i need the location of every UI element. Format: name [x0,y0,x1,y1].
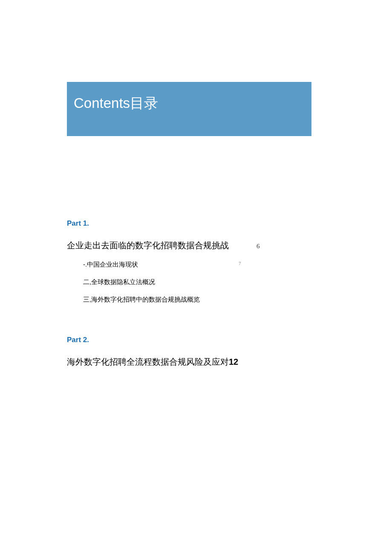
part1-item-1-text: -.中国企业出海现状 [83,261,138,269]
part1-item-2-text: 二,全球数据隐私立法概况 [83,278,155,286]
part2-section: Part 2. 海外数字化招聘全流程数据合规风险及应对12 [67,336,311,368]
part1-page: 6 [257,243,260,250]
part2-page: 12 [229,357,238,366]
part1-label: Part 1. [67,219,311,228]
part1-section: Part 1. 企业走出去面临的数字化招聘数据合规挑战 6 -.中国企业出海现状… [67,219,311,313]
contents-header-block: Contents目录 [67,82,311,136]
part1-item-1-page: 7 [239,261,241,266]
part2-title: 海外数字化招聘全流程数据合规风险及应对 [67,357,229,366]
part1-item-2: 二,全球数据隐私立法概况 [67,278,311,286]
part1-title-row: 企业走出去面临的数字化招聘数据合规挑战 6 [67,240,311,251]
part1-item-1: -.中国企业出海现状 7 [67,261,311,269]
part2-label: Part 2. [67,336,311,344]
part1-item-3: 三,海外数字化招聘中的数据合规挑战概览 [67,296,311,304]
part1-title: 企业走出去面临的数字化招聘数据合规挑战 [67,240,229,251]
contents-title: Contents目录 [74,94,158,113]
part2-title-row: 海外数字化招聘全流程数据合规风险及应对12 [67,356,311,368]
part1-item-3-text: 三,海外数字化招聘中的数据合规挑战概览 [83,296,200,304]
